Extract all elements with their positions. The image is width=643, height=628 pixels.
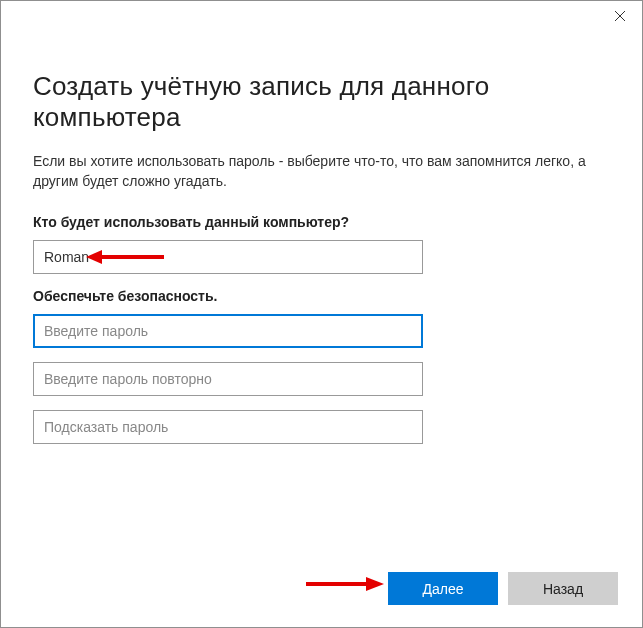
password-confirm-input[interactable]	[33, 362, 423, 396]
username-input[interactable]	[33, 240, 423, 274]
annotation-arrow-next	[304, 574, 384, 594]
svg-marker-5	[366, 577, 384, 591]
titlebar	[1, 1, 642, 31]
close-icon	[615, 11, 625, 21]
dialog-content: Создать учётную запись для данного компь…	[1, 31, 642, 444]
password-hint-input[interactable]	[33, 410, 423, 444]
security-section-label: Обеспечьте безопасность.	[33, 288, 610, 304]
password-input[interactable]	[33, 314, 423, 348]
page-title: Создать учётную запись для данного компь…	[33, 71, 610, 133]
next-button[interactable]: Далее	[388, 572, 498, 605]
description-text: Если вы хотите использовать пароль - выб…	[33, 151, 610, 192]
back-button[interactable]: Назад	[508, 572, 618, 605]
account-creation-dialog: Создать учётную запись для данного компь…	[0, 0, 643, 628]
close-button[interactable]	[597, 1, 642, 31]
who-section-label: Кто будет использовать данный компьютер?	[33, 214, 610, 230]
dialog-footer: Далее Назад	[388, 572, 618, 605]
